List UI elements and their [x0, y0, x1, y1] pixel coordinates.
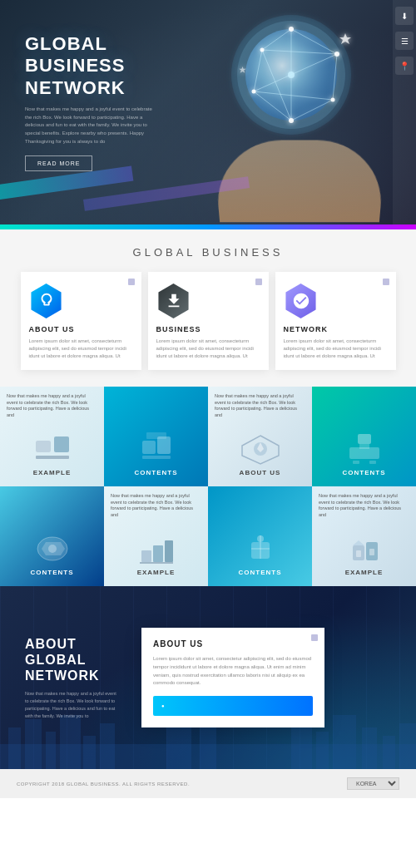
card-icon-lightbulb: [29, 284, 64, 318]
language-dropdown[interactable]: KOREA GLOBAL USA: [347, 777, 399, 790]
svg-point-18: [252, 90, 256, 94]
location-icon[interactable]: 📍: [395, 57, 414, 75]
gc1-label: EXAMPLE: [33, 469, 72, 476]
gc5-label: CONTENTS: [31, 569, 74, 576]
grid-cell-contents-2: CONTENTS: [312, 387, 416, 486]
gc2-label: CONTENTS: [135, 469, 178, 476]
hero-description: Now that makes me happy and a joyful eve…: [25, 106, 158, 145]
card-title-2: BUSINESS: [156, 325, 260, 333]
svg-rect-54: [356, 550, 361, 557]
grid-cell-about-us: Now that makes me happy and a joyful eve…: [208, 387, 312, 486]
svg-rect-45: [140, 562, 173, 564]
svg-point-17: [331, 98, 335, 102]
card-dot-1: [128, 279, 135, 285]
svg-rect-61: [83, 736, 96, 769]
grid-cell-example-3: Now that makes me happy and a joyful eve…: [312, 486, 416, 586]
download-icon[interactable]: ⬇: [395, 7, 414, 25]
svg-marker-53: [353, 540, 364, 545]
svg-rect-59: [46, 732, 56, 769]
card-network: NETWORK Lorem ipsum dolor sit amet, cons…: [275, 272, 396, 370]
about-section: ABOUT GLOBAL NETWORK Now that makes me h…: [0, 586, 416, 769]
svg-marker-26: [36, 441, 51, 452]
card-title-1: ABOUT US: [29, 325, 133, 333]
svg-point-14: [289, 27, 294, 32]
svg-rect-27: [142, 441, 156, 454]
global-business-section: GLOBAL BUSINESS ABOUT US Lorem ipsum dol…: [0, 229, 416, 387]
svg-point-41: [48, 545, 57, 553]
svg-rect-66: [316, 732, 329, 769]
footer: COPYRIGHT 2018 GLOBAL BUSINESS. ALL RIGH…: [0, 769, 416, 798]
svg-rect-70: [399, 723, 416, 769]
hero-cta-button[interactable]: READ MORE: [25, 155, 92, 171]
gc8-label: EXAMPLE: [345, 569, 384, 576]
svg-point-19: [289, 118, 294, 123]
card-text-2: Lorem ipsum dolor sit amet, consecteturm…: [156, 338, 260, 360]
svg-point-20: [288, 72, 295, 78]
hero-title: GLOBAL BUSINESS NETWORK: [25, 33, 158, 99]
grid-cell-example-2: Now that makes me happy and a joyful eve…: [104, 486, 208, 586]
svg-rect-68: [362, 727, 377, 769]
hero-content: GLOBAL BUSINESS NETWORK Now that makes m…: [25, 33, 158, 171]
card-icon-download: [156, 284, 191, 318]
content-grid: Now that makes me happy and a joyful eve…: [0, 387, 416, 586]
cards-container: ABOUT US Lorem ipsum dolor sit amet, con…: [8, 272, 408, 370]
svg-rect-35: [349, 447, 379, 459]
svg-rect-36: [359, 444, 369, 449]
svg-rect-29: [142, 456, 171, 459]
svg-rect-37: [353, 461, 359, 464]
svg-rect-24: [54, 436, 69, 452]
grid-cell-contents-1: CONTENTS: [104, 387, 208, 486]
gc8-top-text: Now that makes me happy and a joyful eve…: [319, 493, 409, 519]
menu-icon[interactable]: ☰: [395, 32, 414, 50]
about-title: ABOUT GLOBAL NETWORK: [25, 636, 116, 684]
svg-rect-28: [157, 436, 171, 454]
about-card-button-icon: ●: [161, 703, 165, 708]
gc3-top-text: Now that makes me happy and a joyful eve…: [215, 393, 305, 419]
gc3-label: ABOUT US: [240, 469, 281, 476]
gc7-label: CONTENTS: [239, 569, 282, 576]
svg-point-15: [334, 52, 339, 57]
svg-rect-25: [36, 456, 69, 459]
svg-rect-43: [153, 545, 163, 562]
footer-copyright: COPYRIGHT 2018 GLOBAL BUSINESS. ALL RIGH…: [17, 782, 190, 787]
card-icon-network: [284, 284, 319, 318]
card-dot-2: [255, 279, 262, 285]
card-text-3: Lorem ipsum dolor sit amet, consecteturm…: [284, 338, 388, 360]
svg-rect-44: [165, 540, 173, 562]
section-title: GLOBAL BUSINESS: [8, 246, 408, 259]
svg-point-16: [260, 48, 265, 52]
footer-language-select[interactable]: KOREA GLOBAL USA: [347, 777, 399, 790]
gc6-label: EXAMPLE: [137, 569, 176, 576]
sidebar-icons: ⬇ ☰ 📍: [393, 0, 416, 224]
svg-rect-67: [333, 715, 356, 769]
card-about-us: ABOUT US Lorem ipsum dolor sit amet, con…: [21, 272, 141, 370]
card-title-3: NETWORK: [284, 325, 388, 333]
gc1-top-text: Now that makes me happy and a joyful eve…: [7, 393, 97, 419]
svg-rect-38: [369, 461, 376, 464]
svg-rect-64: [200, 727, 216, 769]
svg-rect-34: [358, 434, 371, 444]
svg-rect-69: [383, 736, 395, 769]
about-card-text: Lorem ipsum dolor sit amet, consectetur …: [153, 655, 313, 687]
hero-section: GLOBAL BUSINESS NETWORK Now that makes m…: [0, 0, 416, 224]
grid-cell-contents-4: CONTENTS: [208, 486, 312, 586]
about-description: Now that makes me happy and a joyful eve…: [25, 690, 116, 719]
about-card-title: ABOUT US: [153, 639, 313, 649]
about-card: ABOUT US Lorem ipsum dolor sit amet, con…: [141, 628, 324, 727]
grid-cell-contents-3: CONTENTS: [0, 486, 104, 586]
card-text-1: Lorem ipsum dolor sit amet, consecteturm…: [29, 338, 133, 360]
svg-rect-55: [369, 549, 374, 555]
about-left-content: ABOUT GLOBAL NETWORK Now that makes me h…: [0, 619, 133, 737]
gc6-top-text: Now that makes me happy and a joyful eve…: [111, 493, 201, 519]
card-dot-3: [383, 279, 389, 285]
gc4-label: CONTENTS: [343, 469, 386, 476]
about-card-dot: [311, 634, 318, 641]
grid-cell-example-1: Now that makes me happy and a joyful eve…: [0, 387, 104, 486]
globe-illustration: [216, 8, 366, 158]
about-card-button[interactable]: ●: [153, 696, 313, 716]
svg-rect-30: [146, 432, 166, 439]
card-business: BUSINESS Lorem ipsum dolor sit amet, con…: [148, 272, 269, 370]
svg-rect-42: [141, 550, 151, 562]
